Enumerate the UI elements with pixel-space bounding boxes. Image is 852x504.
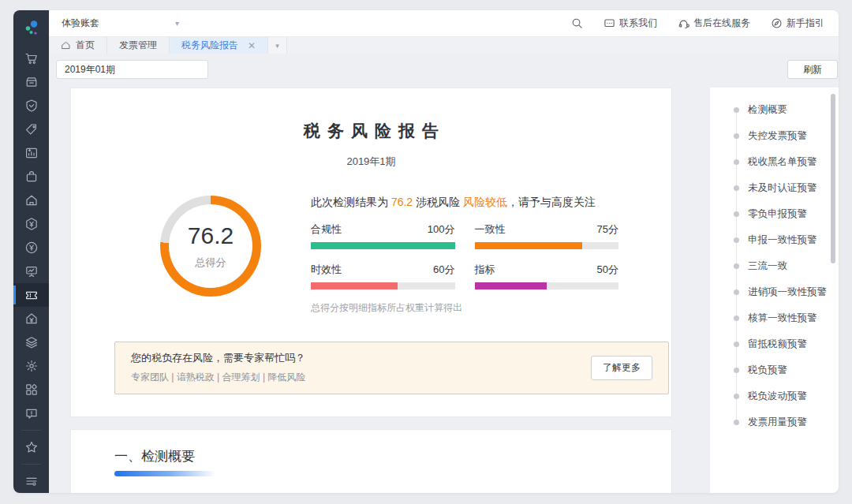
sidebar-item-gear[interactable] [13,354,49,378]
compass-icon [771,17,783,29]
metric-score: 50分 [597,263,618,277]
score-card: 税务风险报告 2019年1期 76.2 总得分 [70,88,672,417]
account-switcher[interactable]: 体验账套 ▾ [62,17,179,30]
score-note: 总得分按明细指标所占权重计算得出 [311,301,618,315]
topbar-link-label: 售后在线服务 [693,17,750,30]
nav-dot-icon [734,237,739,243]
metric-指标: 指标50分 [475,263,619,289]
nav-item-三流一致[interactable]: 三流一致 [710,253,839,279]
nav-item-未及时认证预警[interactable]: 未及时认证预警 [710,175,839,201]
sidebar-item-layers[interactable] [13,330,49,354]
sidebar-item-storefront[interactable] [13,70,49,94]
anchor-nav-panel: 检测概要失控发票预警税收黑名单预警未及时认证预警零负申报预警申报一致性预警三流一… [710,88,839,493]
topbar-link-compass[interactable]: 新手指引 [771,17,824,30]
nav-dot-icon [734,394,739,399]
tab-bar: 首页发票管理税务风险报告✕ ▾ [49,36,839,54]
sidebar-item-grid[interactable] [13,378,49,401]
nav-dot-icon [734,107,739,113]
app-logo[interactable] [13,16,49,40]
metric-name: 指标 [475,263,495,277]
nav-item-失控发票预警[interactable]: 失控发票预警 [710,123,839,149]
nav-item-留抵税额预警[interactable]: 留抵税额预警 [710,331,839,357]
topbar-link-chat-square[interactable]: 联系我们 [604,17,657,30]
learn-more-button[interactable]: 了解更多 [591,356,652,380]
sidebar-item-home-building[interactable] [13,189,49,212]
tab-发票管理[interactable]: 发票管理 [107,37,170,54]
left-sidebar [13,10,49,493]
metric-track [475,242,619,249]
cart-icon [24,51,39,65]
account-name: 体验账套 [62,17,99,30]
expert-banner: 您的税负存在风险，需要专家帮忙吗？ 专家团队 | 谙熟税政 | 合理筹划 | 降… [114,342,669,394]
tab-label: 首页 [76,39,95,52]
topbar-link-headset[interactable]: 售后在线服务 [678,17,750,30]
refresh-button[interactable]: 刷新 [787,60,838,79]
topbar-actions: 联系我们售后在线服务新手指引 [571,17,824,30]
tab-label: 发票管理 [119,39,157,52]
nav-dot-icon [734,368,739,373]
metric-head: 一致性75分 [475,222,619,237]
sidebar-item-star[interactable] [13,435,49,459]
period-input[interactable] [56,60,208,79]
sidebar-item-chart-board[interactable] [13,141,49,165]
sidebar-item-house-yen[interactable] [13,307,49,330]
sidebar-divider [21,430,41,431]
headset-icon [678,17,689,29]
nav-item-label: 税负预警 [748,364,787,377]
nav-item-label: 核算一致性预警 [748,312,817,325]
nav-dot-icon [734,342,739,347]
top-bar: 体验账套 ▾ 联系我们售后在线服务新手指引 [49,10,839,36]
score-donut-wrap: 76.2 总得分 [160,196,261,315]
tab-首页[interactable]: 首页 [49,37,107,54]
metric-score: 75分 [597,222,618,237]
chat-square-icon [604,17,615,29]
sidebar-item-presentation-chart[interactable] [13,259,49,283]
sidebar-item-tag[interactable] [13,118,49,141]
home-building-icon [24,193,39,207]
nav-item-检测概要[interactable]: 检测概要 [710,97,839,123]
list-settings-icon [24,474,39,488]
close-tab-icon[interactable]: ✕ [248,40,256,51]
banner-texts: 您的税负存在风险，需要专家帮忙吗？ 专家团队 | 谙熟税政 | 合理筹划 | 降… [131,351,305,384]
star-icon [24,440,39,454]
circle-yen-icon [24,241,39,255]
ticket-icon [24,288,39,302]
sidebar-item-bag[interactable] [13,165,49,189]
metric-track [475,282,619,289]
verdict-level: 风险较低 [463,196,507,208]
search-icon[interactable] [571,17,583,29]
nav-item-核算一致性预警[interactable]: 核算一致性预警 [710,305,839,331]
verdict-suffix: ，请予与高度关注 [507,196,596,208]
nav-item-label: 进销项一致性预警 [748,286,827,299]
nav-item-零负申报预警[interactable]: 零负申报预警 [710,201,839,227]
logo-dots-icon [21,18,42,39]
tag-icon [24,122,39,136]
sidebar-item-badge-check[interactable] [13,94,49,118]
tab-list-chevron[interactable]: ▾ [268,37,287,54]
topbar-link-label: 新手指引 [787,17,824,30]
nav-item-税负波动预警[interactable]: 税负波动预警 [710,383,839,409]
sidebar-item-ticket[interactable] [13,283,49,307]
sidebar-item-list-settings[interactable] [13,469,49,493]
topbar-link-label: 联系我们 [619,17,657,30]
sidebar-item-circle-yen[interactable] [13,236,49,259]
nav-item-申报一致性预警[interactable]: 申报一致性预警 [710,227,839,253]
sidebar-item-hex-yen[interactable] [13,212,49,236]
metric-head: 时效性60分 [311,263,455,277]
tab-税务风险报告[interactable]: 税务风险报告✕ [170,37,268,54]
report-column: 税务风险报告 2019年1期 76.2 总得分 [70,88,672,493]
sidebar-item-feedback[interactable] [13,401,49,425]
nav-dot-icon [734,289,739,295]
report-header: 税务风险报告 2019年1期 [71,88,671,169]
main-column: 体验账套 ▾ 联系我们售后在线服务新手指引 首页发票管理税务风险报告✕ ▾ 刷新 [49,10,839,493]
nav-item-税收黑名单预警[interactable]: 税收黑名单预警 [710,149,839,175]
nav-scrollbar-thumb[interactable] [831,94,835,263]
sidebar-item-cart[interactable] [13,47,49,70]
nav-item-发票用量预警[interactable]: 发票用量预警 [710,409,839,435]
layers-icon [24,335,39,349]
nav-item-税负预警[interactable]: 税负预警 [710,357,839,383]
nav-item-进销项一致性预警[interactable]: 进销项一致性预警 [710,279,839,305]
summary-card: 一、检测概要 经检测，贵司共存在4项风险预警。具体内容如下。 [70,429,672,493]
score-row: 76.2 总得分 此次检测结果为 76.2 涉税风险 风险较低，请予与高度关注 … [114,196,618,315]
content-area: 税务风险报告 2019年1期 76.2 总得分 [49,88,839,493]
